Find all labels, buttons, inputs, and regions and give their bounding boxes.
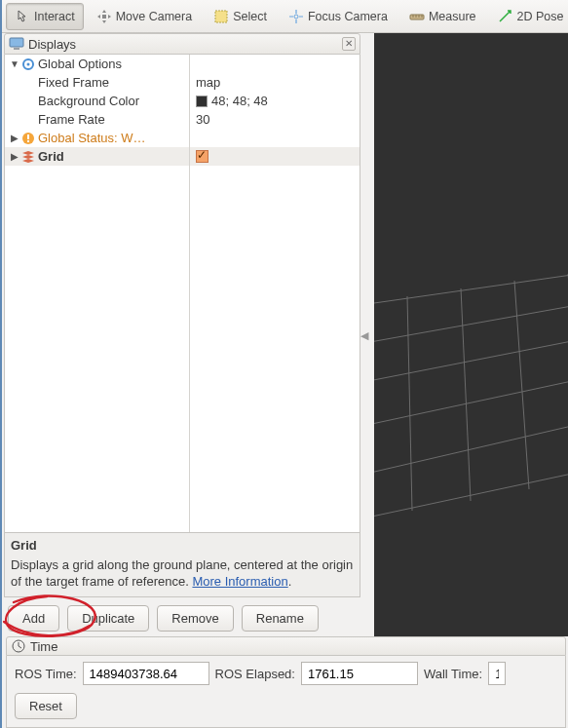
time-panel: Time ROS Time: ROS Elapsed: Wall Time: R…: [4, 636, 568, 728]
bg-color-swatch: [196, 96, 208, 107]
global-options-label: Global Options: [38, 57, 122, 71]
viewport-3d[interactable]: [374, 33, 568, 636]
add-button[interactable]: Add: [8, 605, 59, 632]
fixed-frame-value: map: [196, 75, 220, 90]
frame-rate-label: Frame Rate: [38, 112, 105, 127]
measure-icon: [409, 9, 425, 24]
close-icon[interactable]: ✕: [342, 37, 356, 51]
measure-button[interactable]: Measure: [400, 3, 485, 30]
ros-time-label: ROS Time:: [15, 667, 77, 681]
pose-est-button[interactable]: 2D Pose Est: [489, 3, 568, 30]
ros-elapsed-label: ROS Elapsed:: [215, 667, 295, 681]
pose-est-label: 2D Pose Est: [517, 10, 568, 23]
desc-body: Displays a grid along the ground plane, …: [11, 557, 353, 590]
collapse-handle-icon[interactable]: ◀: [360, 328, 368, 341]
ros-time-field[interactable]: [83, 662, 209, 685]
svg-rect-4: [14, 48, 19, 50]
time-title: Time: [30, 639, 57, 654]
measure-label: Measure: [429, 10, 476, 23]
move-camera-icon: [96, 9, 112, 24]
duplicate-button[interactable]: Duplicate: [67, 605, 149, 632]
ros-elapsed-field[interactable]: [301, 662, 418, 685]
monitor-icon: [9, 36, 24, 52]
select-icon: [213, 9, 229, 24]
focus-camera-button[interactable]: Focus Camera: [280, 3, 397, 30]
desc-title: Grid: [11, 537, 354, 555]
wall-time-label: Wall Time:: [424, 667, 482, 681]
description-box: Grid Displays a grid along the ground pl…: [4, 533, 360, 597]
frame-rate-value: 30: [196, 112, 209, 127]
display-values[interactable]: map 48; 48; 48 30: [190, 55, 360, 532]
main-toolbar: Interact Move Camera Select Focus Camera…: [2, 0, 568, 33]
warning-icon: [20, 131, 36, 146]
wall-time-field[interactable]: [488, 662, 506, 685]
svg-line-15: [374, 462, 568, 520]
focus-camera-label: Focus Camera: [308, 10, 388, 23]
svg-line-13: [374, 369, 568, 428]
displays-panel: Displays ✕ ▼ Global Options Fixed Frame: [4, 33, 360, 635]
svg-line-17: [407, 296, 412, 511]
pose-est-icon: [498, 9, 513, 24]
svg-line-12: [374, 330, 568, 384]
select-label: Select: [233, 10, 267, 23]
display-buttons: Add Duplicate Remove Rename: [4, 597, 360, 635]
svg-rect-9: [27, 140, 29, 142]
displays-title: Displays: [28, 37, 338, 52]
rename-button[interactable]: Rename: [242, 605, 319, 632]
svg-point-6: [27, 62, 30, 65]
move-camera-button[interactable]: Move Camera: [88, 3, 202, 30]
bg-color-value: 48; 48; 48: [211, 94, 268, 108]
fixed-frame-label: Fixed Frame: [38, 75, 109, 90]
more-info-link[interactable]: More Information: [192, 574, 287, 589]
gear-icon: [20, 57, 36, 72]
display-tree[interactable]: ▼ Global Options Fixed Frame Background …: [5, 55, 190, 532]
reset-button[interactable]: Reset: [15, 693, 77, 719]
interact-icon: [15, 9, 30, 24]
grid-icon: [20, 149, 36, 165]
svg-point-1: [294, 15, 298, 19]
svg-rect-8: [27, 134, 29, 139]
svg-rect-3: [10, 38, 23, 47]
move-camera-label: Move Camera: [116, 10, 193, 23]
global-status-label: Global Status: W…: [38, 131, 146, 145]
svg-line-14: [374, 413, 568, 477]
svg-line-11: [374, 296, 568, 345]
grid-checkbox[interactable]: [196, 150, 208, 163]
interact-label: Interact: [34, 10, 75, 23]
grid-label: Grid: [38, 149, 64, 164]
focus-camera-icon: [288, 9, 304, 24]
svg-rect-0: [215, 11, 227, 22]
svg-line-18: [461, 288, 471, 501]
svg-line-10: [374, 267, 568, 306]
select-button[interactable]: Select: [205, 3, 276, 30]
remove-button[interactable]: Remove: [157, 605, 233, 632]
clock-icon: [11, 638, 26, 654]
svg-line-19: [514, 281, 529, 489]
interact-button[interactable]: Interact: [6, 3, 84, 30]
viewport-panel: ◀: [360, 33, 568, 636]
bg-color-label: Background Color: [38, 94, 139, 108]
